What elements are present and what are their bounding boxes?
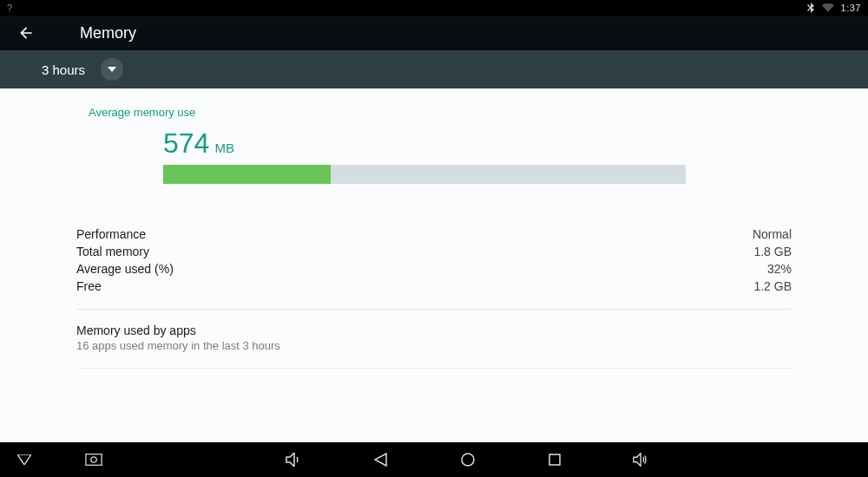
stat-label: Total memory xyxy=(76,245,149,258)
screenshot-icon[interactable] xyxy=(85,451,102,468)
time-range-dropdown-icon[interactable] xyxy=(101,58,123,81)
memory-by-apps-title: Memory used by apps xyxy=(76,323,792,337)
nav-home-icon[interactable] xyxy=(459,451,477,468)
nav-back-icon[interactable] xyxy=(372,451,390,468)
average-memory-value-row: 574 MB xyxy=(163,127,792,160)
app-bar: Memory xyxy=(0,16,868,50)
content-area: Average memory use 574 MB Performance No… xyxy=(0,88,868,442)
back-button[interactable] xyxy=(17,24,40,42)
svg-point-2 xyxy=(462,454,474,466)
navigation-bar xyxy=(0,442,868,477)
time-range-bar[interactable]: 3 hours xyxy=(0,50,868,88)
average-memory-value: 574 xyxy=(163,127,209,160)
stats-block: Performance Normal Total memory 1.8 GB A… xyxy=(76,225,792,295)
average-memory-unit: MB xyxy=(214,140,234,155)
stat-value: 1.2 GB xyxy=(753,279,792,293)
status-hint: ? xyxy=(7,3,12,13)
svg-point-1 xyxy=(91,457,96,462)
volume-down-icon[interactable] xyxy=(286,451,303,468)
stat-performance: Performance Normal xyxy=(76,225,792,243)
volume-up-icon[interactable] xyxy=(633,451,650,468)
average-memory-label: Average memory use xyxy=(89,106,792,119)
memory-by-apps-subtitle: 16 apps used memory in the last 3 hours xyxy=(76,339,792,352)
stat-total-memory: Total memory 1.8 GB xyxy=(76,243,792,260)
stat-free: Free 1.2 GB xyxy=(76,278,792,295)
divider xyxy=(76,368,792,369)
page-title: Memory xyxy=(80,24,136,42)
bluetooth-icon xyxy=(806,3,815,13)
divider xyxy=(76,309,792,310)
memory-by-apps-row[interactable]: Memory used by apps 16 apps used memory … xyxy=(76,323,792,352)
svg-rect-0 xyxy=(86,454,102,466)
wifi-icon xyxy=(822,3,834,12)
stat-value: 1.8 GB xyxy=(753,245,792,258)
status-bar: ? 1:37 xyxy=(0,0,868,16)
stat-label: Performance xyxy=(76,227,146,241)
stat-label: Average used (%) xyxy=(76,262,174,276)
time-range-label: 3 hours xyxy=(42,62,85,77)
memory-usage-bar xyxy=(163,165,686,184)
status-clock: 1:37 xyxy=(841,3,861,13)
svg-rect-3 xyxy=(549,454,560,465)
stat-value: Normal xyxy=(753,227,792,241)
nav-collapse-icon[interactable] xyxy=(16,451,33,468)
stat-average-used: Average used (%) 32% xyxy=(76,260,792,278)
memory-usage-bar-fill xyxy=(163,165,331,184)
stat-label: Free xyxy=(76,279,102,293)
stat-value: 32% xyxy=(767,262,792,276)
nav-recent-icon[interactable] xyxy=(546,451,563,468)
